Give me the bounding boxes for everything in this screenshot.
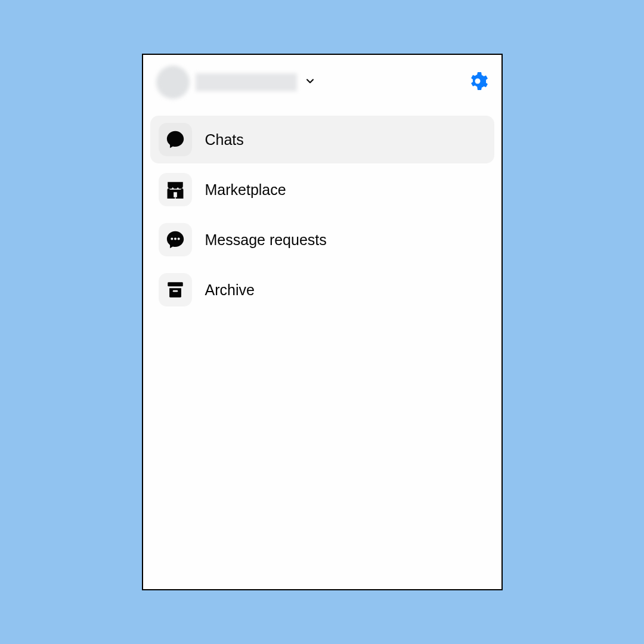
settings-button[interactable] bbox=[467, 70, 488, 94]
gear-icon bbox=[467, 83, 488, 94]
svg-rect-2 bbox=[174, 192, 177, 197]
menu-item-chats[interactable]: Chats bbox=[150, 116, 494, 163]
svg-point-3 bbox=[171, 238, 173, 240]
menu-item-archive[interactable]: Archive bbox=[150, 266, 494, 314]
menu-item-marketplace[interactable]: Marketplace bbox=[150, 166, 494, 213]
account-switcher[interactable] bbox=[156, 66, 316, 99]
message-requests-icon bbox=[159, 223, 192, 256]
menu-item-label: Archive bbox=[205, 281, 255, 299]
menu-item-label: Marketplace bbox=[205, 181, 286, 199]
chat-icon bbox=[159, 123, 192, 156]
chevron-down-icon bbox=[304, 75, 316, 90]
avatar bbox=[156, 66, 190, 99]
account-name-redacted bbox=[196, 73, 297, 91]
svg-rect-7 bbox=[172, 290, 178, 292]
marketplace-icon bbox=[159, 173, 192, 206]
svg-point-4 bbox=[174, 238, 177, 240]
svg-rect-6 bbox=[168, 282, 183, 286]
menu-item-label: Chats bbox=[205, 131, 244, 148]
archive-icon bbox=[159, 273, 192, 306]
svg-point-5 bbox=[177, 238, 179, 240]
header bbox=[150, 66, 494, 111]
menu: Chats Marketplace bbox=[150, 111, 494, 318]
menu-item-message-requests[interactable]: Message requests bbox=[150, 216, 494, 264]
menu-item-label: Message requests bbox=[205, 231, 327, 249]
svg-point-0 bbox=[475, 79, 480, 84]
messenger-menu-panel: Chats Marketplace bbox=[142, 54, 503, 590]
